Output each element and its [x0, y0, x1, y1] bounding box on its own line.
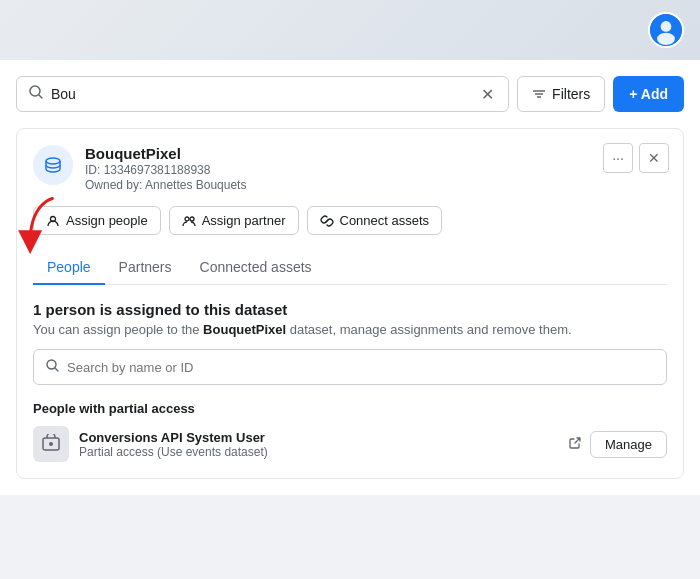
svg-line-4 — [39, 95, 42, 98]
more-options-button[interactable]: ··· — [603, 143, 633, 173]
partial-access-title: People with partial access — [33, 401, 667, 416]
assign-partner-label: Assign partner — [202, 213, 286, 228]
tab-partners[interactable]: Partners — [105, 251, 186, 285]
main-content: ✕ Filters + Add — [0, 60, 700, 495]
connect-assets-label: Connect assets — [340, 213, 430, 228]
filters-button[interactable]: Filters — [517, 76, 605, 112]
tabs: People Partners Connected assets — [33, 251, 667, 285]
svg-point-11 — [190, 217, 194, 221]
tab-connected-assets[interactable]: Connected assets — [186, 251, 326, 285]
close-button[interactable]: ✕ — [639, 143, 669, 173]
tab-people[interactable]: People — [33, 251, 105, 285]
manage-button[interactable]: Manage — [590, 431, 667, 458]
section-desc: You can assign people to the BouquetPixe… — [33, 322, 667, 337]
filters-icon — [532, 87, 546, 101]
section-title: 1 person is assigned to this dataset — [33, 301, 667, 318]
card-info: BouquetPixel ID: 1334697381188938 Owned … — [85, 145, 246, 192]
filters-label: Filters — [552, 86, 590, 102]
card-actions-top: ··· ✕ — [603, 143, 669, 173]
svg-point-8 — [46, 158, 60, 164]
svg-point-2 — [657, 33, 675, 45]
svg-point-1 — [661, 21, 672, 32]
card-owner: Owned by: Annettes Bouquets — [85, 178, 246, 192]
card-header: BouquetPixel ID: 1334697381188938 Owned … — [33, 145, 667, 192]
search-input[interactable] — [51, 86, 479, 102]
top-bar — [0, 0, 700, 60]
people-search-input[interactable] — [67, 360, 654, 375]
person-actions: Manage — [568, 431, 667, 458]
clear-button[interactable]: ✕ — [479, 83, 496, 106]
add-button[interactable]: + Add — [613, 76, 684, 112]
card-name: BouquetPixel — [85, 145, 246, 162]
people-search-icon — [46, 358, 59, 376]
connect-assets-button[interactable]: Connect assets — [307, 206, 443, 235]
action-buttons: Assign people Assign partner — [33, 206, 667, 235]
search-bar: ✕ Filters + Add — [16, 76, 684, 112]
add-label: + Add — [629, 86, 668, 102]
search-icon — [29, 85, 43, 103]
external-link-icon[interactable] — [568, 436, 582, 453]
avatar[interactable] — [648, 12, 684, 48]
partner-icon — [182, 214, 196, 228]
assign-people-button[interactable]: Assign people — [33, 206, 161, 235]
person-sub: Partial access (Use events dataset) — [79, 445, 558, 459]
card: BouquetPixel ID: 1334697381188938 Owned … — [16, 128, 684, 479]
search-input-wrapper: ✕ — [16, 76, 509, 112]
card-id: ID: 1334697381188938 — [85, 163, 246, 177]
svg-point-10 — [185, 217, 189, 221]
assign-people-label: Assign people — [66, 213, 148, 228]
person-icon — [46, 214, 60, 228]
person-row: Conversions API System User Partial acce… — [33, 426, 667, 462]
person-system-icon — [33, 426, 69, 462]
link-icon — [320, 214, 334, 228]
svg-line-13 — [55, 368, 58, 371]
person-name: Conversions API System User — [79, 430, 558, 445]
dataset-icon — [33, 145, 73, 185]
person-info: Conversions API System User Partial acce… — [79, 430, 558, 459]
svg-point-15 — [49, 442, 53, 446]
people-search-wrapper — [33, 349, 667, 385]
assign-partner-button[interactable]: Assign partner — [169, 206, 299, 235]
